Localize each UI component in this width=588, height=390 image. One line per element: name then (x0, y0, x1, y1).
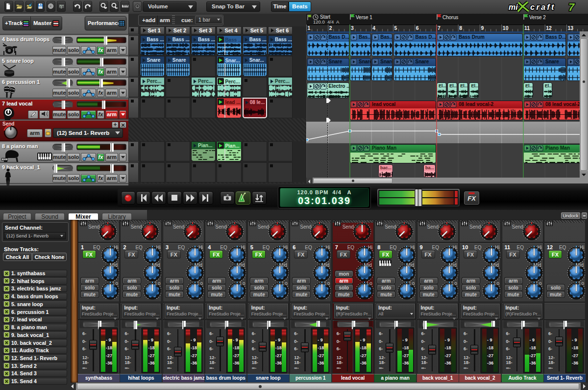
svg-text:craft: craft (530, 2, 556, 11)
svg-text:7: 7 (568, 1, 575, 13)
svg-text:mi: mi (509, 3, 518, 11)
